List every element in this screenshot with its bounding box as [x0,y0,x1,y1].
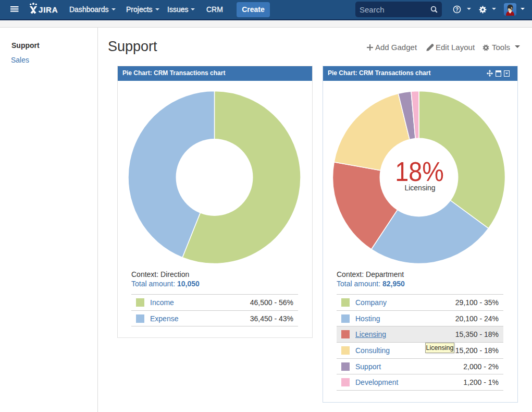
svg-text:?: ? [455,7,459,13]
